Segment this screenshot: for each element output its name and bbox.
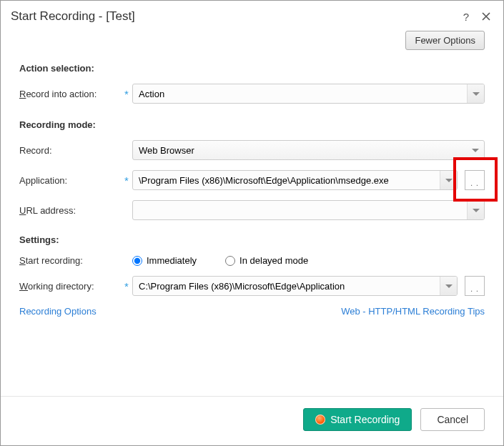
help-icon[interactable]: ?: [459, 9, 473, 24]
radio-immediately-input[interactable]: [132, 256, 142, 266]
start-recording-dialog: Start Recording - [Test] ? Fewer Options…: [1, 1, 503, 445]
close-icon[interactable]: [479, 9, 493, 24]
record-icon: [315, 415, 325, 425]
browse-working-dir-button[interactable]: . .: [465, 276, 485, 296]
required-icon: *: [121, 174, 132, 187]
application-input[interactable]: [133, 171, 440, 189]
chevron-down-icon[interactable]: [440, 171, 457, 189]
section-recording-mode: Recording mode:: [19, 119, 485, 130]
section-action-selection: Action selection:: [19, 63, 485, 74]
required-icon: *: [121, 280, 132, 292]
radio-delayed-input[interactable]: [225, 256, 235, 266]
record-mode-value: Web Browser: [133, 141, 467, 159]
section-settings: Settings:: [19, 234, 485, 245]
label-record: Record:: [19, 145, 121, 156]
radio-immediately[interactable]: Immediately: [132, 255, 197, 266]
label-url-address: URL address:: [19, 205, 121, 216]
link-recording-tips[interactable]: Web - HTTP/HTML Recording Tips: [341, 306, 485, 317]
required-icon: *: [121, 88, 132, 100]
record-mode-combo[interactable]: Web Browser: [132, 140, 485, 160]
chevron-down-icon[interactable]: [440, 277, 457, 295]
start-recording-button[interactable]: Start Recording: [303, 408, 412, 431]
fewer-options-button[interactable]: Fewer Options: [405, 31, 485, 50]
working-dir-input[interactable]: [133, 277, 440, 295]
cancel-button[interactable]: Cancel: [420, 408, 485, 431]
link-recording-options[interactable]: Recording Options: [19, 306, 97, 317]
dialog-title: Start Recording - [Test]: [11, 9, 453, 24]
application-combo[interactable]: [132, 170, 458, 190]
radio-delayed[interactable]: In delayed mode: [225, 255, 308, 266]
url-combo[interactable]: [132, 200, 485, 220]
action-input[interactable]: [133, 84, 467, 103]
browse-application-button[interactable]: . .: [465, 170, 485, 190]
url-input[interactable]: [133, 201, 467, 219]
label-working-directory: Working directory:: [19, 281, 121, 292]
label-start-recording: Start recording:: [19, 255, 121, 266]
dialog-titlebar: Start Recording - [Test] ?: [1, 1, 503, 31]
action-combo[interactable]: [132, 84, 485, 104]
label-record-into-action: Record into action:: [19, 89, 121, 99]
chevron-down-icon[interactable]: [467, 84, 484, 103]
chevron-down-icon[interactable]: [467, 201, 484, 219]
label-application: Application:: [19, 175, 121, 186]
dialog-content: Fewer Options Action selection: Record i…: [1, 31, 503, 396]
chevron-down-icon[interactable]: [467, 141, 484, 159]
dialog-footer: Start Recording Cancel: [1, 396, 503, 445]
working-dir-combo[interactable]: [132, 276, 458, 296]
